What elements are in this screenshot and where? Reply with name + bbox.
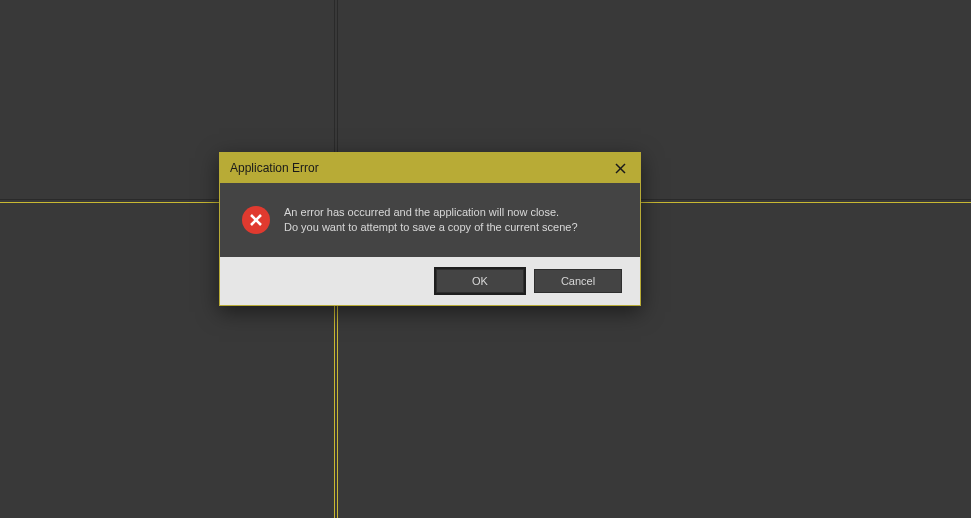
error-icon: [242, 206, 270, 234]
close-icon: [615, 163, 626, 174]
dialog-title: Application Error: [230, 161, 319, 175]
dialog-content: An error has occurred and the applicatio…: [220, 183, 640, 257]
cancel-button[interactable]: Cancel: [534, 269, 622, 293]
dialog-button-row: OK Cancel: [220, 257, 640, 305]
error-dialog: Application Error An error has occurred …: [219, 152, 641, 306]
ok-button[interactable]: OK: [436, 269, 524, 293]
close-button[interactable]: [608, 156, 632, 180]
dialog-message-line2: Do you want to attempt to save a copy of…: [284, 220, 578, 235]
dialog-message: An error has occurred and the applicatio…: [284, 205, 578, 235]
dialog-message-line1: An error has occurred and the applicatio…: [284, 205, 578, 220]
dialog-titlebar[interactable]: Application Error: [220, 153, 640, 183]
